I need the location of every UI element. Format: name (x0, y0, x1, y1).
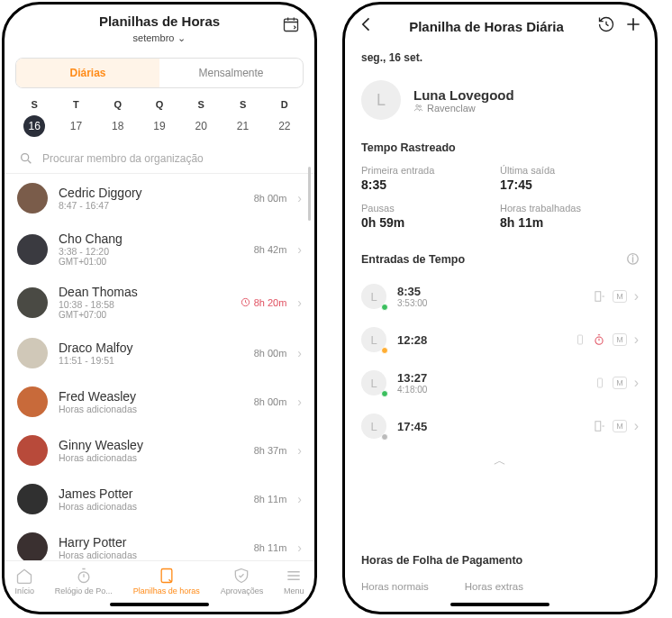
info-icon[interactable]: ⓘ (627, 251, 639, 268)
calendar-icon[interactable] (282, 15, 300, 37)
entry-avatar: L (361, 414, 386, 439)
worked-label: Horas trabalhadas (500, 203, 639, 214)
scrollbar[interactable] (308, 167, 311, 221)
member-list[interactable]: Cedric Diggory 8:47 - 16:47 8h 00m › Cho… (5, 174, 314, 560)
chevron-right-icon: › (634, 375, 639, 391)
day-column[interactable]: T17 (55, 99, 96, 137)
member-row[interactable]: James Potter Horas adicionadas 8h 11m › (5, 475, 314, 523)
chevron-right-icon: › (297, 395, 302, 409)
chevron-right-icon: › (297, 492, 302, 506)
entry-avatar: L (361, 327, 386, 352)
last-out-label: Última saída (500, 165, 639, 176)
page-title: Planilha de Horas Diária (385, 19, 588, 34)
tracked-stats: Primeira entrada8:35 Última saída17:45 P… (345, 161, 655, 242)
phone-icon (595, 377, 605, 389)
entry-time: 13:27 (397, 371, 427, 385)
member-name: Cedric Diggory (59, 186, 243, 200)
avatar (17, 234, 48, 265)
entry-icons: M› (593, 418, 639, 434)
day-label: T (55, 99, 96, 110)
member-row[interactable]: Ginny Weasley Horas adicionadas 8h 37m › (5, 426, 314, 475)
add-button[interactable] (624, 15, 642, 37)
nav-home[interactable]: Início (14, 567, 34, 595)
day-label: Q (97, 99, 139, 110)
member-sub: Horas adicionadas (59, 452, 243, 463)
profile-card[interactable]: L Luna Lovegood Ravenclaw (345, 71, 655, 132)
regular-hours-label: Horas normais (361, 581, 429, 592)
day-column[interactable]: D22 (264, 99, 305, 137)
entry-icons: M› (593, 288, 639, 304)
m-chip: M (613, 333, 627, 346)
member-row[interactable]: Fred Weasley Horas adicionadas 8h 00m › (5, 377, 314, 426)
svg-rect-7 (595, 292, 601, 302)
member-hours: 8h 11m (254, 542, 287, 553)
avatar (17, 287, 48, 318)
stopwatch-icon (593, 333, 605, 346)
member-row[interactable]: Cedric Diggory 8:47 - 16:47 8h 00m › (5, 174, 314, 223)
header: Planilha de Horas Diária (345, 5, 655, 44)
extra-hours-label: Horas extras (465, 581, 523, 592)
worked-value: 8h 11m (500, 215, 639, 230)
day-label: D (264, 99, 305, 110)
day-number: 16 (23, 115, 45, 137)
user-team: Ravenclaw (413, 103, 514, 114)
day-number: 18 (107, 115, 129, 137)
member-hours: 8h 42m (254, 244, 287, 255)
avatar (17, 386, 48, 417)
chevron-right-icon: › (634, 332, 639, 348)
member-row[interactable]: Dean Thomas 10:38 - 18:58 GMT+07:00 8h 2… (5, 276, 314, 329)
payroll-heading: Horas de Folha de Pagamento (345, 545, 655, 574)
day-label: Q (139, 99, 180, 110)
user-name: Luna Lovegood (413, 87, 514, 103)
tracked-heading: Tempo Rastreado (345, 132, 655, 161)
member-sub: Horas adicionadas (59, 404, 243, 414)
history-button[interactable] (597, 15, 615, 37)
nav-approvals[interactable]: Aprovações (221, 567, 264, 595)
nav-menu[interactable]: Menu (284, 567, 304, 595)
chevron-right-icon: › (634, 288, 639, 304)
time-entry[interactable]: L 8:353:53:00 M› (345, 275, 655, 318)
member-sub: Horas adicionadas (59, 501, 243, 512)
time-entry[interactable]: L 17:45 M› (345, 404, 655, 448)
member-hours: 8h 20m (241, 297, 287, 308)
day-column[interactable]: S20 (180, 99, 222, 137)
day-column[interactable]: S21 (222, 99, 263, 137)
svg-rect-8 (578, 335, 583, 344)
svg-rect-10 (598, 378, 603, 387)
first-in-value: 8:35 (361, 177, 500, 192)
svg-point-5 (416, 105, 419, 107)
status-dot (381, 347, 388, 354)
search-row[interactable]: Procurar membro da organização (5, 144, 314, 174)
member-name: James Potter (59, 486, 243, 501)
member-hours: 8h 00m (254, 396, 287, 407)
member-tz: GMT+07:00 (59, 310, 230, 320)
member-hours: 8h 37m (254, 445, 287, 456)
nav-clock[interactable]: Relógio de Po... (55, 567, 113, 595)
back-button[interactable] (358, 15, 376, 37)
collapse-toggle[interactable]: ︿ (345, 448, 655, 478)
month-selector[interactable]: setembro ⌄ (133, 32, 186, 44)
nav-timesheets[interactable]: Planilhas de horas (133, 567, 200, 595)
chevron-right-icon: › (297, 295, 302, 310)
member-hours: 8h 00m (254, 348, 287, 359)
time-entry[interactable]: L 12:28 M› (345, 318, 655, 361)
tab-monthly[interactable]: Mensalmente (159, 59, 303, 87)
member-row[interactable]: Cho Chang 3:38 - 12:20 GMT+01:00 8h 42m … (5, 223, 314, 276)
member-row[interactable]: Harry Potter Horas adicionadas 8h 11m › (5, 523, 314, 560)
tab-daily[interactable]: Diárias (16, 59, 159, 87)
member-tz: GMT+01:00 (59, 257, 243, 267)
phone-timesheets: Planilhas de Horas setembro ⌄ Diárias Me… (2, 2, 317, 614)
chevron-right-icon: › (634, 418, 639, 434)
first-in-label: Primeira entrada (361, 165, 500, 176)
avatar (17, 338, 48, 368)
day-column[interactable]: Q18 (97, 99, 139, 137)
avatar: L (361, 80, 401, 120)
day-column[interactable]: S16 (14, 99, 55, 137)
phone-icon (575, 333, 586, 346)
home-icon (15, 567, 33, 585)
plus-icon (624, 15, 642, 33)
time-entry[interactable]: L 13:274:18:00 M› (345, 361, 655, 404)
entry-avatar: L (361, 284, 386, 309)
day-column[interactable]: Q19 (139, 99, 180, 137)
member-row[interactable]: Draco Malfoy 11:51 - 19:51 8h 00m › (5, 329, 314, 377)
